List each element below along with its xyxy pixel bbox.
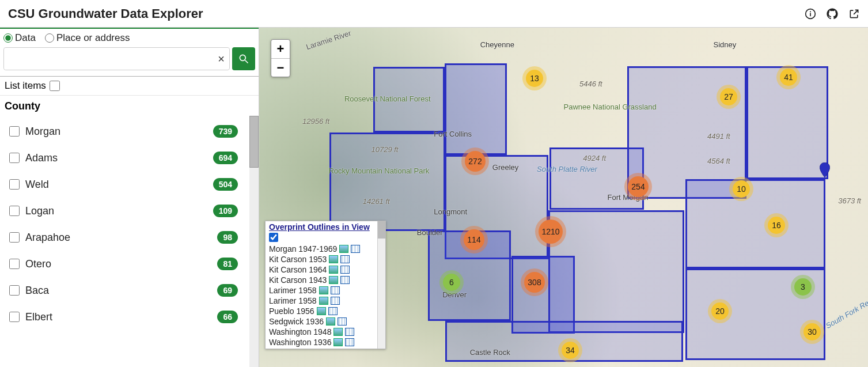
facet-item[interactable]: Otero81 xyxy=(9,251,238,277)
county-poly[interactable] xyxy=(548,210,684,333)
overprint-checkbox[interactable] xyxy=(269,233,278,242)
image-icon[interactable] xyxy=(339,245,348,253)
map-icon[interactable] xyxy=(340,276,350,284)
map-cluster[interactable]: 20 xyxy=(711,302,729,320)
image-icon[interactable] xyxy=(333,328,343,336)
overprint-row[interactable]: Washington 1936 xyxy=(269,337,376,347)
facet-item[interactable]: Arapahoe98 xyxy=(9,224,238,251)
map-cluster[interactable]: 114 xyxy=(464,229,484,250)
map-cluster[interactable]: 6 xyxy=(443,274,460,291)
image-icon[interactable] xyxy=(317,307,326,315)
map-icon[interactable] xyxy=(345,328,354,336)
facet-item[interactable]: Elbert66 xyxy=(9,304,238,330)
overprint-row[interactable]: Kit Carson 1943 xyxy=(269,275,376,285)
map-label-longmont: Longmont xyxy=(434,207,467,216)
facet-item[interactable]: Weld504 xyxy=(9,171,238,198)
map-label-splatte: South Platte River xyxy=(537,165,597,173)
facet-checkbox[interactable] xyxy=(9,126,20,137)
app-header: CSU Groundwater Data Explorer xyxy=(0,0,868,28)
map-cluster[interactable]: 16 xyxy=(768,217,785,234)
map-marker[interactable] xyxy=(820,162,830,177)
facet-county-list[interactable]: Morgan739Adams694Weld504Logan109Arapahoe… xyxy=(0,116,249,367)
map-icon[interactable] xyxy=(340,266,350,274)
map-cluster[interactable]: 10 xyxy=(733,180,750,198)
overprint-row[interactable]: Washington 1948 xyxy=(269,327,376,337)
facet-item[interactable]: Adams694 xyxy=(9,145,238,171)
zoom-in-button[interactable]: + xyxy=(271,40,290,58)
search-input[interactable] xyxy=(4,48,229,70)
overprint-row[interactable]: Larimer 1958 xyxy=(269,296,376,306)
list-items-toggle[interactable]: List items xyxy=(0,77,259,96)
radio-data-input[interactable] xyxy=(3,33,13,43)
map-cluster[interactable]: 272 xyxy=(465,151,486,172)
github-icon[interactable] xyxy=(827,8,838,20)
facet-count-badge: 98 xyxy=(217,231,238,244)
external-link-icon[interactable] xyxy=(848,8,860,20)
county-poly[interactable] xyxy=(685,179,825,268)
map-label-e4564: 4564 ft xyxy=(707,157,730,165)
map-icon[interactable] xyxy=(351,245,360,253)
radio-place-input[interactable] xyxy=(45,33,54,43)
facet-checkbox[interactable] xyxy=(9,153,20,163)
image-icon[interactable] xyxy=(329,255,338,263)
facet-scroll-thumb[interactable] xyxy=(249,116,259,168)
map-cluster[interactable]: 308 xyxy=(524,272,545,293)
facet-item[interactable]: Morgan739 xyxy=(9,118,238,145)
facet-checkbox[interactable] xyxy=(9,232,20,243)
map-icon[interactable] xyxy=(328,307,338,315)
map-icon[interactable] xyxy=(338,317,347,326)
map-icon[interactable] xyxy=(345,338,354,346)
overprint-row[interactable]: Larimer 1958 xyxy=(269,285,376,296)
map-cluster[interactable]: 13 xyxy=(526,70,543,87)
map-cluster[interactable]: 41 xyxy=(780,69,797,86)
legend-scroll-thumb[interactable] xyxy=(378,221,385,239)
info-icon[interactable] xyxy=(805,8,816,20)
image-icon[interactable] xyxy=(329,266,338,274)
list-items-checkbox[interactable] xyxy=(50,81,60,91)
map-icon[interactable] xyxy=(331,297,340,305)
facet-item[interactable]: Baca69 xyxy=(9,277,238,304)
facet-label: Otero xyxy=(25,258,51,270)
overprint-row-label: Larimer 1958 xyxy=(269,286,317,295)
facet-scrollbar[interactable] xyxy=(249,116,259,367)
map-label-castlerock: Castle Rock xyxy=(470,348,510,357)
overprint-row[interactable]: Pueblo 1956 xyxy=(269,306,376,316)
county-poly[interactable] xyxy=(445,63,507,154)
radio-data[interactable]: Data xyxy=(3,32,36,44)
map-icon[interactable] xyxy=(331,286,340,294)
image-icon[interactable] xyxy=(333,338,343,346)
image-icon[interactable] xyxy=(319,297,328,305)
radio-place[interactable]: Place or address xyxy=(45,32,130,44)
map-cluster[interactable]: 30 xyxy=(803,323,821,340)
overprint-row[interactable]: Sedgwick 1936 xyxy=(269,316,376,327)
clear-icon[interactable]: × xyxy=(218,52,225,66)
legend-scrollbar[interactable] xyxy=(377,221,385,349)
zoom-control: + − xyxy=(271,39,290,77)
map-cluster[interactable]: 1210 xyxy=(539,220,563,244)
map-cluster[interactable]: 27 xyxy=(720,88,737,105)
facet-checkbox[interactable] xyxy=(9,285,20,296)
overprint-row[interactable]: Morgan 1947-1969 xyxy=(269,244,376,254)
map-icon[interactable] xyxy=(340,255,350,263)
image-icon[interactable] xyxy=(329,276,338,284)
facet-checkbox[interactable] xyxy=(9,259,20,269)
zoom-out-button[interactable]: − xyxy=(271,58,290,77)
search-button[interactable] xyxy=(232,47,255,70)
facet-checkbox[interactable] xyxy=(9,206,20,216)
overprint-title[interactable]: Overprint Outlines in View xyxy=(269,222,376,232)
map-cluster[interactable]: 3 xyxy=(794,278,812,296)
overprint-row[interactable]: Kit Carson 1953 xyxy=(269,254,376,264)
facet-item[interactable]: Logan109 xyxy=(9,198,238,224)
map[interactable]: Cheyenne Sidney Fort Collins Greeley Lon… xyxy=(259,28,868,367)
facet-checkbox[interactable] xyxy=(9,179,20,190)
overprint-row-label: Pueblo 1956 xyxy=(269,307,314,316)
image-icon[interactable] xyxy=(326,317,335,326)
image-icon[interactable] xyxy=(319,286,328,294)
overprint-panel: Overprint Outlines in View Morgan 1947-1… xyxy=(265,221,386,349)
map-cluster[interactable]: 34 xyxy=(562,342,579,359)
overprint-row[interactable]: Kit Carson 1964 xyxy=(269,264,376,275)
map-label-e5446: 5446 ft xyxy=(579,80,602,88)
radio-place-label: Place or address xyxy=(56,32,130,44)
facet-checkbox[interactable] xyxy=(9,312,20,322)
map-cluster[interactable]: 254 xyxy=(628,176,649,197)
